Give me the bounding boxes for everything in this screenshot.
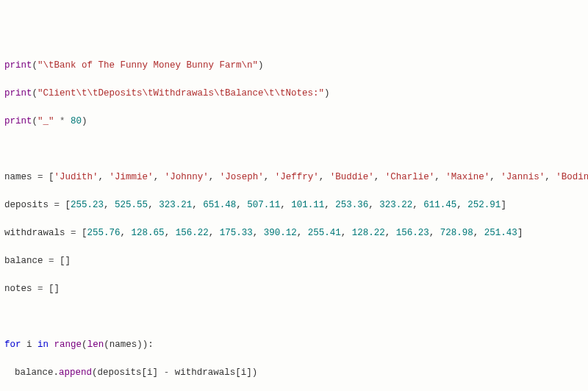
number: 80 — [71, 116, 82, 126]
var-notes: notes — [4, 284, 32, 294]
string: "Client\t\tDeposits\tWithdrawals\tBalanc… — [37, 88, 324, 98]
code-line: balance.append(deposits[i] - withdrawals… — [4, 366, 584, 380]
fn-range: range — [54, 340, 82, 350]
fn-print: print — [4, 116, 32, 126]
fn-append: append — [59, 367, 92, 378]
blank-line — [4, 143, 584, 157]
kw-in: in — [37, 340, 49, 350]
code-line: withdrawals = [255.76, 128.65, 156.22, 1… — [4, 226, 584, 240]
string: "\tBank of The Funny Money Bunny Farm\n" — [37, 60, 258, 71]
var-withdrawals: withdrawals — [4, 228, 65, 238]
code-line: notes = [] — [4, 282, 584, 296]
kw-for: for — [4, 340, 21, 350]
code-line: for i in range(len(names)): — [4, 338, 584, 352]
var-names: names — [4, 172, 32, 182]
code-line: print("Client\t\tDeposits\tWithdrawals\t… — [4, 87, 584, 101]
fn-print: print — [4, 88, 32, 98]
var-deposits: deposits — [4, 200, 49, 210]
blank-line — [4, 310, 584, 324]
fn-len: len — [87, 340, 104, 350]
code-line: names = ['Judith', 'Jimmie', 'Johnny', '… — [4, 171, 584, 184]
code-line: deposits = [255.23, 525.55, 323.21, 651.… — [4, 198, 584, 212]
op: * — [60, 116, 65, 126]
string: "_" — [37, 116, 54, 126]
code-line: print("\tBank of The Funny Money Bunny F… — [4, 59, 584, 73]
code-line: print("_" * 80) — [4, 115, 584, 129]
code-line: balance = [] — [4, 254, 584, 268]
var-balance: balance — [4, 256, 43, 266]
fn-print: print — [4, 60, 32, 71]
